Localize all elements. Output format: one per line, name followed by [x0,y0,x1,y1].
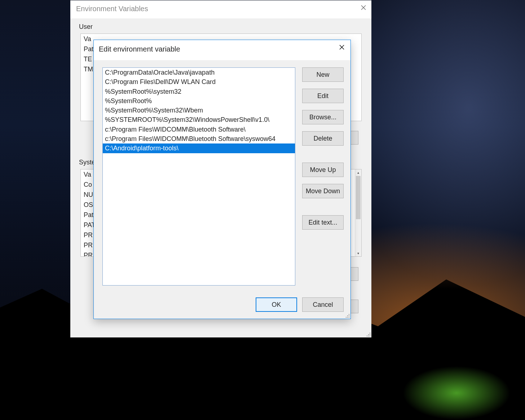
path-row[interactable]: c:\Program Files\WIDCOMM\Bluetooth Softw… [103,125,295,134]
window-title: Environment Variables [76,5,148,13]
path-row[interactable]: C:\Program Files\Dell\DW WLAN Card [103,77,295,87]
move-down-button[interactable]: Move Down [302,184,344,198]
path-row[interactable]: %SystemRoot% [103,96,295,106]
edit-environment-variable-dialog: Edit environment variable C:\ProgramData… [93,40,351,319]
scroll-thumb[interactable] [356,176,361,219]
dialog-close-button[interactable] [333,40,350,54]
scrollbar[interactable]: ▴ ▾ [355,169,361,256]
user-variables-label: User [79,23,93,31]
close-icon [361,5,366,10]
move-up-button[interactable]: Move Up [302,163,344,177]
path-list[interactable]: C:\ProgramData\Oracle\Java\javapathC:\Pr… [102,67,295,286]
cancel-button[interactable]: Cancel [302,297,344,312]
dialog-title: Edit environment variable [99,45,180,53]
resize-grip-icon[interactable] [344,312,350,318]
dialog-body: C:\ProgramData\Oracle\Java\javapathC:\Pr… [94,60,350,319]
system-variables-label: Syste [79,159,95,166]
close-icon [339,45,344,50]
path-row[interactable]: %SystemRoot%\system32 [103,87,295,96]
path-row[interactable]: c:\Program Files\WIDCOMM\Bluetooth Softw… [103,134,295,143]
browse-button[interactable]: Browse... [302,110,344,124]
path-row[interactable]: %SYSTEMROOT%\System32\WindowsPowerShell\… [103,115,295,124]
edit-button[interactable]: Edit [302,89,344,103]
edit-text-button[interactable]: Edit text... [302,215,344,230]
close-button[interactable] [355,0,371,15]
scroll-up-icon[interactable]: ▴ [355,169,361,176]
delete-button[interactable]: Delete [302,131,344,146]
scroll-down-icon[interactable]: ▾ [355,250,361,256]
path-row[interactable]: C:\ProgramData\Oracle\Java\javapath [103,68,295,77]
ok-button[interactable]: OK [256,297,297,312]
path-row[interactable]: %SystemRoot%\System32\Wbem [103,106,295,115]
new-button[interactable]: New [302,67,344,82]
path-row[interactable]: C:\Android\platform-tools\ [103,143,295,153]
resize-grip-icon[interactable] [365,331,371,337]
